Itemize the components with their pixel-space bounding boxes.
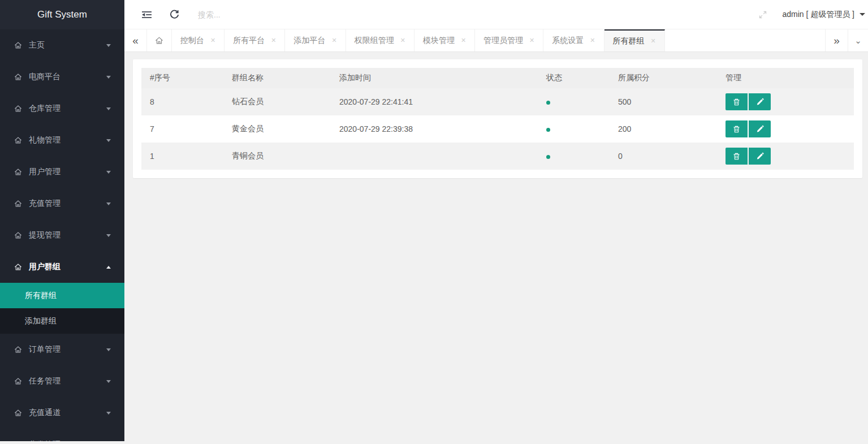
tab[interactable]: 所有群组 ✕ (604, 29, 665, 51)
sidebar-fold-button[interactable] (141, 10, 152, 19)
edit-button[interactable] (749, 148, 771, 165)
close-icon[interactable]: ✕ (400, 37, 405, 44)
cell-status (538, 143, 610, 170)
cell-actions (717, 88, 854, 115)
sidebar-item[interactable]: 添加群组 (0, 308, 124, 334)
tab[interactable]: 管理员管理 ✕ (475, 29, 543, 51)
close-icon[interactable]: ✕ (271, 37, 276, 44)
delete-button[interactable] (726, 120, 748, 137)
sidebar-item-label: 电商平台 (29, 72, 106, 82)
main-pane: admin [ 超级管理员 ] « 控制台 ✕ 所有平台 (124, 0, 868, 444)
table-row: 7 黄金会员 2020-07-29 22:39:38 200 (141, 115, 854, 143)
tab-label: 权限组管理 (355, 36, 394, 46)
admin-label: admin [ 超级管理员 ] (782, 10, 854, 20)
groups-table-card: #序号群组名称添加时间状态所属积分管理 8 钻石会员 2020-07-29 22… (133, 59, 862, 178)
home-icon (14, 408, 23, 417)
home-icon (14, 167, 23, 176)
home-icon (14, 136, 23, 145)
sidebar-item[interactable]: 充值通道 (0, 397, 124, 429)
sidebar-item[interactable]: 充值管理 (0, 188, 124, 219)
search-input[interactable] (198, 10, 334, 19)
tabs-scroll-left-button[interactable]: « (124, 29, 147, 51)
groups-table: #序号群组名称添加时间状态所属积分管理 8 钻石会员 2020-07-29 22… (141, 68, 854, 170)
sidebar-item[interactable]: 任务管理 (0, 365, 124, 397)
close-icon[interactable]: ✕ (210, 37, 215, 44)
tab[interactable]: 所有平台 ✕ (224, 29, 285, 51)
sidebar-item-label: 充值管理 (29, 199, 106, 209)
action-button-group (726, 93, 771, 110)
fullscreen-icon[interactable] (758, 10, 767, 19)
home-icon (14, 345, 23, 354)
sidebar-item-label: 用户管理 (29, 167, 106, 177)
table-row: 8 钻石会员 2020-07-29 22:41:41 500 (141, 88, 854, 115)
tabbar-spacer (665, 29, 825, 51)
chevron-down-icon (106, 266, 111, 269)
sidebar-menu: 主页 电商平台 (0, 29, 124, 444)
tab-label: 所有群组 (613, 36, 645, 46)
cell-points: 200 (610, 115, 717, 143)
tab-list: 控制台 ✕ 所有平台 ✕ 添加平台 ✕ 权限组管理 ✕ (172, 29, 665, 51)
chevron-down-icon (106, 107, 111, 110)
cell-group-name: 青铜会员 (223, 143, 331, 170)
sidebar-item-label: 提现管理 (29, 230, 106, 240)
pencil-icon (756, 125, 764, 133)
close-icon[interactable]: ✕ (461, 37, 466, 44)
sidebar-item-label: 主页 (29, 40, 106, 50)
tab[interactable]: 模块管理 ✕ (414, 29, 475, 51)
tab[interactable]: 添加平台 ✕ (285, 29, 346, 51)
sidebar-item[interactable]: 用户管理 (0, 156, 124, 188)
trash-icon (732, 152, 741, 161)
home-icon (14, 377, 23, 386)
tab-label: 管理员管理 (483, 36, 523, 46)
close-icon[interactable]: ✕ (331, 37, 336, 44)
tabs-menu-button[interactable]: ⌄ (848, 29, 868, 51)
sidebar-item[interactable]: 用户群组 (0, 251, 124, 283)
sidebar-item[interactable]: 主页 (0, 29, 124, 61)
sidebar-item[interactable]: 电商平台 (0, 61, 124, 93)
delete-button[interactable] (726, 93, 748, 110)
home-tab[interactable] (147, 29, 172, 51)
tab-label: 系统设置 (552, 36, 584, 46)
cell-created-time: 2020-07-29 22:39:38 (331, 115, 538, 143)
tab-label: 控制台 (180, 36, 204, 46)
topbar-right: admin [ 超级管理员 ] (758, 10, 868, 20)
cell-actions (717, 115, 854, 143)
app-logo: Gift System (0, 0, 124, 29)
tab-label: 添加平台 (293, 36, 325, 46)
edit-button[interactable] (749, 120, 771, 137)
column-header: 管理 (717, 68, 854, 88)
horizontal-scrollbar-track[interactable] (0, 441, 868, 444)
close-icon[interactable]: ✕ (651, 37, 656, 45)
home-icon (14, 262, 23, 271)
column-header: 状态 (538, 68, 610, 88)
tab[interactable]: 权限组管理 ✕ (346, 29, 414, 51)
sidebar-item-label: 礼物管理 (29, 135, 106, 145)
cell-points: 0 (610, 143, 717, 170)
sidebar-item[interactable]: 仓库管理 (0, 93, 124, 124)
close-icon[interactable]: ✕ (590, 37, 595, 44)
refresh-icon[interactable] (169, 9, 180, 20)
close-icon[interactable]: ✕ (529, 37, 534, 44)
tab[interactable]: 控制台 ✕ (172, 29, 224, 51)
tab[interactable]: 系统设置 ✕ (543, 29, 604, 51)
table-body: 8 钻石会员 2020-07-29 22:41:41 500 (141, 88, 854, 170)
cell-points: 500 (610, 88, 717, 115)
sidebar-item[interactable]: 订单管理 (0, 334, 124, 365)
chevron-down-icon (106, 76, 111, 79)
edit-button[interactable] (749, 93, 771, 110)
sidebar-item[interactable]: 所有群组 (0, 283, 124, 308)
column-header: 添加时间 (331, 68, 538, 88)
sidebar-item[interactable]: 礼物管理 (0, 124, 124, 156)
chevron-down-icon (106, 139, 111, 142)
sidebar-item-label: 所有群组 (25, 291, 111, 301)
cell-group-name: 黄金会员 (223, 115, 331, 143)
chevron-down-icon (106, 171, 111, 174)
tab-label: 所有平台 (233, 36, 265, 46)
sidebar: Gift System 主页 (0, 0, 124, 444)
tabs-scroll-right-button[interactable]: » (825, 29, 848, 51)
chevron-down-icon (106, 44, 111, 47)
cell-actions (717, 143, 854, 170)
admin-dropdown[interactable]: admin [ 超级管理员 ] (782, 10, 865, 20)
sidebar-item[interactable]: 提现管理 (0, 219, 124, 251)
delete-button[interactable] (726, 148, 748, 165)
